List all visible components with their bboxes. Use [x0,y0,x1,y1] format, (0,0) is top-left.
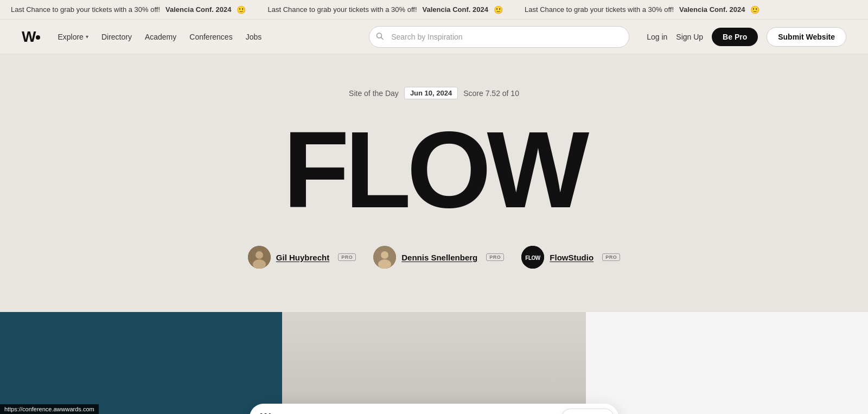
nav-explore[interactable]: Explore ▾ [58,33,88,41]
author-1-name: Gil Huybrecht [276,253,329,262]
main-navbar: W Explore ▾ Directory Academy Conference… [0,20,868,54]
explore-chevron-icon: ▾ [86,34,88,40]
nav-links: Explore ▾ Directory Academy Conferences … [58,33,352,41]
announcement-text-1: Last Chance to grab your tickets with a … [11,5,160,14]
announcement-item-2: Last Chance to grab your tickets with a … [267,5,502,14]
floating-nav-collections[interactable]: Collections [373,410,423,414]
announcement-brand-2: Valencia Conf. 2024 [423,5,488,14]
status-bar: https://conference.awwwards.com [0,404,99,414]
floating-nav-links: Nominees Courses Collections Directory M… [283,410,559,414]
author-1[interactable]: Gil Huybrecht PRO [248,246,356,269]
announcement-emoji-2: 🙂 [494,5,503,14]
floating-nav-directory[interactable]: Directory [424,410,467,414]
announcement-text-3: Last Chance to grab your tickets with a … [525,5,674,14]
login-button[interactable]: Log in [647,33,667,41]
author-1-avatar [248,246,271,269]
hero-title: FLOW [283,116,585,224]
score-text: Score 7.52 of 10 [463,89,519,98]
author-2-avatar [373,246,396,269]
floating-logo[interactable]: W [254,408,280,414]
preview-left [0,312,282,414]
announcement-brand-1: Valencia Conf. 2024 [165,5,231,14]
site-of-day-container: Site of the Day Jun 10, 2024 Score 7.52 … [349,87,519,99]
nav-academy[interactable]: Academy [145,33,176,41]
preview-right: Start a project [586,312,868,414]
nav-jobs[interactable]: Jobs [246,33,262,41]
svg-point-3 [256,251,263,259]
author-1-badge: PRO [338,253,356,261]
author-3-badge: PRO [602,253,620,261]
announcement-brand-3: Valencia Conf. 2024 [679,5,745,14]
announcement-item-3: Last Chance to grab your tickets with a … [525,5,760,14]
announcement-item-1: Last Chance to grab your tickets with a … [11,5,246,14]
preview-area: W Nominees Courses Collections Directory… [0,312,868,414]
signup-button[interactable]: Sign Up [676,33,703,41]
announcement-text-2: Last Chance to grab your tickets with a … [267,5,417,14]
auth-section: Log in Sign Up Be Pro Submit Website [647,27,846,47]
author-3-name: FlowStudio [550,253,593,262]
nav-directory[interactable]: Directory [101,33,132,41]
announcement-bar: Last Chance to grab your tickets with a … [0,0,868,20]
floating-nav: W Nominees Courses Collections Directory… [250,404,618,414]
announcement-emoji-1: 🙂 [237,5,246,14]
site-logo[interactable]: W [22,28,40,46]
announcement-emoji-3: 🙂 [750,5,760,14]
svg-text:FLOW: FLOW [526,255,541,261]
date-badge: Jun 10, 2024 [404,87,458,99]
site-of-day-label: Site of the Day [349,89,399,98]
be-pro-button[interactable]: Be Pro [712,28,758,46]
search-container [369,26,629,48]
floating-nav-nominees[interactable]: Nominees [283,410,330,414]
author-3[interactable]: FLOW FlowStudio PRO [521,246,620,269]
announcement-bar-inner: Last Chance to grab your tickets with a … [0,5,770,14]
preview-center: W Nominees Courses Collections Directory… [282,312,586,414]
author-2[interactable]: Dennis Snellenberg PRO [373,246,504,269]
nav-conferences[interactable]: Conferences [189,33,232,41]
submit-website-button[interactable]: Submit Website [767,27,846,47]
hero-section: Site of the Day Jun 10, 2024 Score 7.52 … [0,54,868,312]
svg-line-1 [381,37,384,40]
search-input[interactable] [369,26,629,48]
search-icon [376,32,384,41]
floating-nav-market[interactable]: Market [468,410,505,414]
authors-section: Gil Huybrecht PRO Dennis Snellenberg PRO… [248,246,620,269]
status-bar-url: https://conference.awwwards.com [4,406,94,412]
author-2-name: Dennis Snellenberg [401,253,477,262]
author-3-avatar: FLOW [521,246,544,269]
author-2-badge: PRO [486,253,504,261]
floating-nav-courses[interactable]: Courses [330,410,372,414]
svg-point-6 [381,251,388,259]
